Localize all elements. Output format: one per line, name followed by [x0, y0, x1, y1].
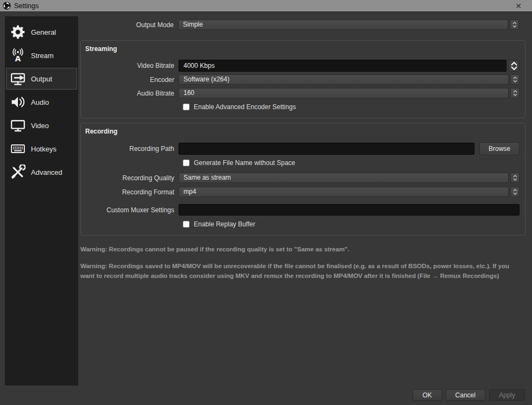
video-bitrate-spinner[interactable] — [508, 60, 520, 72]
warning-pause: Warning: Recordings cannot be paused if … — [80, 245, 520, 254]
replay-buffer-checkbox-label: Enable Replay Buffer — [194, 220, 255, 228]
apply-button[interactable]: Apply — [489, 389, 525, 401]
recording-format-label: Recording Format — [81, 188, 179, 196]
recording-format-spinner[interactable] — [510, 187, 520, 197]
sidebar-item-label: Advanced — [31, 168, 62, 176]
sidebar-item-video[interactable]: Video — [6, 115, 77, 136]
cancel-button[interactable]: Cancel — [446, 389, 485, 401]
recording-path-row: Recording Path Browse — [81, 142, 520, 155]
sidebar-item-label: Hotkeys — [31, 145, 56, 153]
output-mode-select[interactable]: Simple — [178, 20, 508, 30]
recording-group-title: Recording — [81, 128, 520, 135]
audio-bitrate-spinner[interactable] — [510, 88, 520, 98]
custom-muxer-row: Custom Muxer Settings — [81, 204, 520, 216]
dialog-buttons: OK Cancel Apply — [413, 389, 525, 401]
output-mode-row: Output Mode Simple — [80, 20, 519, 30]
audio-bitrate-select[interactable]: 160 — [179, 88, 509, 98]
recording-format-select[interactable]: mp4 — [179, 187, 509, 197]
video-bitrate-row: Video Bitrate — [81, 60, 520, 72]
replay-buffer-checkbox[interactable] — [183, 221, 189, 227]
sidebar-item-label: Stream — [31, 52, 54, 60]
obs-logo-icon — [3, 2, 11, 10]
monitor-icon — [10, 117, 26, 134]
output-mode-spinner[interactable] — [510, 20, 519, 30]
browse-button[interactable]: Browse — [479, 142, 520, 155]
streaming-group: Streaming Video Bitrate Encoder Software… — [80, 40, 525, 118]
recording-group: Recording Recording Path Browse Generate… — [80, 123, 525, 236]
video-bitrate-input[interactable] — [179, 60, 506, 72]
sidebar-item-label: Output — [31, 75, 52, 83]
recording-quality-label: Recording Quality — [81, 174, 179, 182]
recording-format-row: Recording Format mp4 — [81, 187, 520, 197]
antenna-icon: A — [10, 47, 26, 64]
replay-buffer-checkbox-row[interactable]: Enable Replay Buffer — [183, 220, 520, 228]
keyboard-icon — [10, 141, 26, 157]
encoder-spinner[interactable] — [510, 74, 520, 85]
recording-path-label: Recording Path — [81, 145, 179, 153]
encoder-select[interactable]: Software (x264) — [179, 74, 509, 85]
filename-no-space-checkbox-row[interactable]: Generate File Name without Space — [183, 159, 520, 167]
sidebar-item-label: Audio — [31, 98, 49, 106]
recording-quality-select[interactable]: Same as stream — [179, 173, 509, 183]
sidebar-item-label: Video — [31, 122, 49, 130]
advanced-encoder-checkbox-label: Enable Advanced Encoder Settings — [194, 103, 296, 111]
recording-quality-row: Recording Quality Same as stream — [81, 173, 520, 183]
custom-muxer-label: Custom Muxer Settings — [81, 206, 179, 214]
streaming-group-title: Streaming — [81, 45, 520, 53]
recording-path-input[interactable] — [179, 143, 474, 155]
custom-muxer-input[interactable] — [179, 204, 520, 216]
filename-no-space-checkbox-label: Generate File Name without Space — [194, 159, 295, 167]
tools-icon — [10, 164, 26, 180]
encoder-row: Encoder Software (x264) — [81, 74, 520, 85]
output-settings-panel: Output Mode Simple Streaming Video Bitra… — [80, 12, 525, 288]
speaker-icon — [10, 94, 26, 110]
advanced-encoder-checkbox[interactable] — [183, 104, 189, 110]
svg-text:A: A — [15, 54, 21, 63]
ok-button[interactable]: OK — [413, 389, 441, 401]
gear-icon — [10, 24, 26, 40]
warnings-area: Warning: Recordings cannot be paused if … — [80, 245, 525, 281]
sidebar-item-general[interactable]: General — [6, 21, 77, 43]
close-icon[interactable]: ✕ — [509, 0, 528, 12]
video-bitrate-label: Video Bitrate — [81, 62, 179, 69]
filename-no-space-checkbox[interactable] — [183, 160, 189, 166]
sidebar-item-advanced[interactable]: Advanced — [6, 161, 77, 183]
audio-bitrate-label: Audio Bitrate — [81, 90, 179, 97]
sidebar-item-label: General — [31, 28, 56, 36]
window-title: Settings — [14, 2, 39, 10]
audio-bitrate-row: Audio Bitrate 160 — [81, 88, 520, 98]
settings-sidebar: General A Stream — [5, 16, 78, 385]
encoder-label: Encoder — [81, 76, 179, 84]
sidebar-item-output[interactable]: Output — [6, 68, 77, 90]
titlebar: Settings ✕ — [0, 0, 532, 12]
sidebar-item-stream[interactable]: A Stream — [6, 45, 77, 66]
output-mode-label: Output Mode — [80, 21, 178, 29]
advanced-encoder-checkbox-row[interactable]: Enable Advanced Encoder Settings — [183, 103, 520, 111]
sidebar-item-audio[interactable]: Audio — [6, 91, 77, 113]
recording-quality-spinner[interactable] — [510, 173, 520, 183]
warning-mp4: Warning: Recordings saved to MP4/MOV wil… — [80, 262, 520, 281]
monitor-arrow-icon — [10, 71, 26, 87]
sidebar-item-hotkeys[interactable]: Hotkeys — [6, 138, 77, 160]
